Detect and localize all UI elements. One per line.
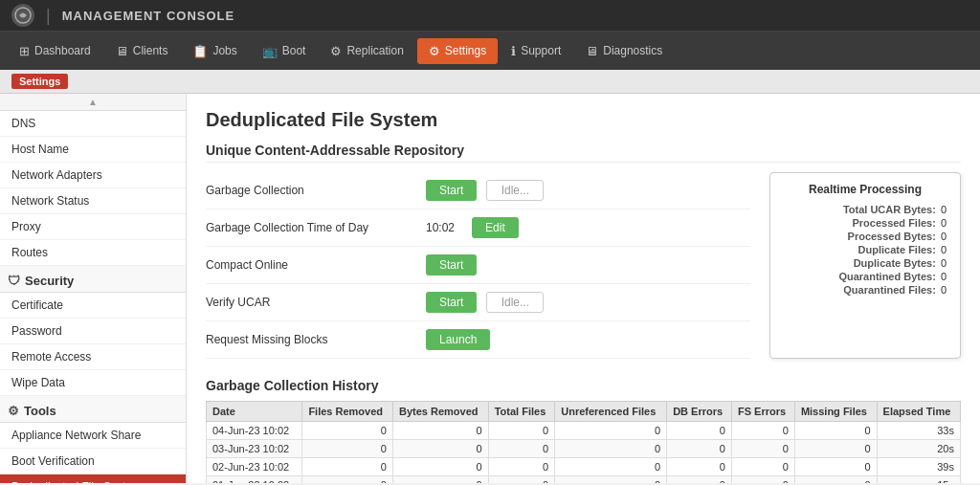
sidebar-item-network-status[interactable]: Network Status [0,188,186,214]
sidebar-scroll-up[interactable]: ▲ [0,94,186,111]
col-bytes-removed: Bytes Removed [392,402,488,422]
ucar-section-title: Unique Content-Addressable Repository [206,143,961,163]
request-missing-blocks-label: Request Missing Blocks [206,333,416,346]
realtime-value-6: 0 [941,284,947,296]
col-unreferenced-files: Unreferenced Files [555,402,667,422]
main-layout: ▲ DNS Host Name Network Adapters Network… [0,94,980,483]
sidebar-item-dns[interactable]: DNS [0,111,186,137]
verify-ucar-status: Idle... [486,292,544,313]
sidebar-item-deduplicated-file-system[interactable]: Deduplicated File System [0,474,186,483]
table-cell: 0 [488,458,555,476]
sidebar-item-certificate[interactable]: Certificate [0,293,186,319]
nav-diagnostics[interactable]: 🖥 Diagnostics [574,38,674,64]
table-cell: 0 [731,440,794,458]
realtime-label-2: Processed Bytes: [848,231,936,242]
sidebar-item-remote-access[interactable]: Remote Access [0,344,186,370]
nav-settings[interactable]: ⚙ Settings [417,38,498,64]
table-cell: 33s [877,422,960,440]
support-icon: ℹ [511,44,516,58]
garbage-collection-status: Idle... [486,180,544,201]
jobs-icon: 📋 [192,44,208,58]
history-table: Date Files Removed Bytes Removed Total F… [206,401,961,483]
request-missing-blocks-launch-button[interactable]: Launch [426,329,490,350]
sidebar-item-wipe-data[interactable]: Wipe Data [0,370,186,396]
table-cell: 20s [877,440,960,458]
table-row: 01-Jun-23 10:02000000015s [207,476,961,484]
table-cell: 0 [731,458,794,476]
table-cell: 0 [794,476,877,484]
table-cell: 0 [488,422,555,440]
table-cell: 0 [731,422,794,440]
realtime-title: Realtime Processing [784,183,947,196]
page-title: Deduplicated File System [206,109,961,131]
realtime-label-4: Duplicate Bytes: [854,257,936,269]
table-cell: 0 [794,440,877,458]
table-row: 04-Jun-23 10:02000000033s [207,422,961,440]
nav-boot[interactable]: 📺 Boot [251,38,318,64]
sidebar-item-routes[interactable]: Routes [0,240,186,266]
main-content: Deduplicated File System Unique Content-… [187,94,980,483]
top-bar: | MANAGEMENT CONSOLE [0,0,980,32]
nav-replication[interactable]: ⚙ Replication [319,38,414,64]
col-files-removed: Files Removed [302,402,393,422]
compact-online-label: Compact Online [206,258,416,272]
col-elapsed-time: Elapsed Time [877,402,960,422]
realtime-label-3: Duplicate Files: [858,244,936,255]
realtime-row-6: Quarantined Files: 0 [784,284,947,296]
nav-dashboard[interactable]: ⊞ Dashboard [8,38,102,64]
table-row: 02-Jun-23 10:02000000039s [207,458,961,476]
nav-clients[interactable]: 🖥 Clients [104,38,180,64]
realtime-label-6: Quarantined Files: [843,284,936,296]
realtime-value-1: 0 [941,217,947,229]
sidebar-item-network-adapters[interactable]: Network Adapters [0,163,186,188]
realtime-label-0: Total UCAR Bytes: [843,204,936,215]
table-cell: 02-Jun-23 10:02 [207,458,302,476]
table-cell: 0 [555,440,667,458]
nav-jobs[interactable]: 📋 Jobs [181,38,248,64]
table-cell: 0 [667,476,732,484]
ucar-section: Garbage Collection Start Idle... Garbage… [206,172,961,359]
settings-breadcrumb-tag: Settings [11,74,68,89]
gc-time-edit-button[interactable]: Edit [472,217,519,238]
dashboard-icon: ⊞ [19,44,30,58]
compact-online-start-button[interactable]: Start [426,254,477,276]
realtime-label-1: Processed Files: [852,217,935,229]
table-cell: 04-Jun-23 10:02 [207,422,302,440]
settings-breadcrumb-bar: Settings [0,70,980,94]
sidebar-item-proxy[interactable]: Proxy [0,214,186,240]
col-total-files: Total Files [488,402,555,422]
app-title: MANAGEMENT CONSOLE [62,9,235,23]
table-cell: 0 [667,422,732,440]
nav-support[interactable]: ℹ Support [500,38,572,64]
table-cell: 0 [667,440,732,458]
control-row-gc-time: Garbage Collection Time of Day 10:02 Edi… [206,209,750,247]
verify-ucar-start-button[interactable]: Start [426,292,477,313]
garbage-collection-start-button[interactable]: Start [426,180,477,201]
table-cell: 0 [794,422,877,440]
table-cell: 15s [877,476,960,484]
sidebar-item-password[interactable]: Password [0,319,186,344]
table-cell: 0 [392,422,488,440]
boot-icon: 📺 [262,44,278,58]
ucar-controls: Garbage Collection Start Idle... Garbage… [206,172,750,359]
gc-time-label: Garbage Collection Time of Day [206,221,416,234]
table-cell: 0 [302,458,393,476]
settings-icon: ⚙ [429,44,440,58]
replication-icon: ⚙ [330,44,342,58]
sidebar-item-appliance-network-share[interactable]: Appliance Network Share [0,423,186,449]
realtime-value-3: 0 [941,244,947,255]
table-cell: 0 [731,476,794,484]
realtime-value-0: 0 [941,204,947,215]
col-db-errors: DB Errors [667,402,732,422]
col-missing-files: Missing Files [794,402,877,422]
sidebar-item-hostname[interactable]: Host Name [0,137,186,163]
history-title: Garbage Collection History [206,378,961,393]
realtime-row-3: Duplicate Files: 0 [784,244,947,255]
sidebar-section-security: 🛡 Security [0,266,186,293]
table-cell: 0 [302,440,393,458]
realtime-row-5: Quarantined Bytes: 0 [784,271,947,282]
realtime-row-4: Duplicate Bytes: 0 [784,257,947,269]
realtime-row-2: Processed Bytes: 0 [784,231,947,242]
table-cell: 0 [392,440,488,458]
sidebar-item-boot-verification[interactable]: Boot Verification [0,449,186,474]
